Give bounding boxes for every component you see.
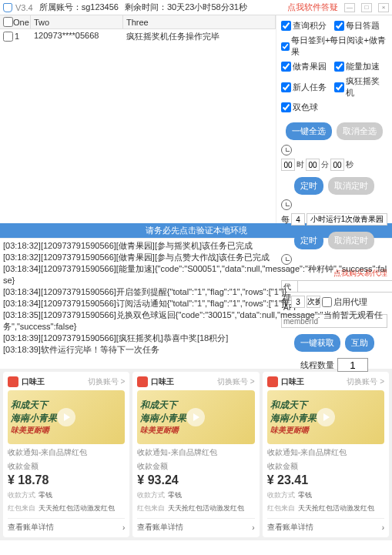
account-label: 所属账号：sg123456: [39, 2, 119, 13]
chevron-right-icon: ›: [382, 523, 384, 532]
sched-desc[interactable]: [307, 213, 387, 226]
mutual-button[interactable]: 互助: [345, 334, 374, 352]
chevron-right-icon: ›: [252, 523, 254, 532]
sched-interval-input[interactable]: [291, 213, 305, 226]
thread-count-input[interactable]: [337, 358, 368, 372]
card-image[interactable]: 和成天下 海南小青果 味美更耐嚼: [267, 390, 384, 444]
chk-double-ball[interactable]: [281, 102, 291, 112]
select-all-checkbox[interactable]: [3, 17, 13, 27]
hour-input[interactable]: [281, 159, 295, 171]
shield-icon: [3, 3, 12, 12]
timer2-button[interactable]: 定时: [294, 232, 323, 249]
chevron-right-icon: ›: [122, 523, 125, 532]
table-panel: One Two Three 1 120973****05668 疯狂摇奖机任务操…: [0, 15, 276, 223]
cancel-timer2-button[interactable]: 取消定时: [328, 232, 374, 249]
chk-crazy-lottery[interactable]: [334, 82, 344, 92]
thread-label: 线程数量: [300, 359, 334, 371]
chk-orchard[interactable]: [281, 62, 291, 72]
deselect-all-button[interactable]: 取消全选: [337, 122, 383, 140]
switch-account-link[interactable]: 切换账号 >: [88, 376, 126, 387]
chk-daily-answer[interactable]: [334, 21, 344, 31]
table-row[interactable]: 1 120973****05668 疯狂摇奖机任务操作完毕: [0, 29, 276, 43]
payment-card[interactable]: 口味王切换账号 > 和成天下 海南小青果 味美更耐嚼 收款通知-来自品牌红包 收…: [263, 372, 389, 537]
view-bill-link[interactable]: 查看账单详情›: [8, 518, 125, 533]
select-all-button[interactable]: 一键全选: [286, 122, 332, 140]
api-input[interactable]: [298, 280, 392, 293]
row-checkbox[interactable]: [3, 32, 13, 42]
brand-icon: [8, 376, 18, 387]
chk-newbie[interactable]: [281, 82, 291, 92]
timer-button[interactable]: 定时: [294, 177, 323, 195]
ip-interval-input[interactable]: [291, 296, 305, 308]
remain-time: 剩余时间：30天23小时58分31秒: [125, 2, 247, 13]
min-input[interactable]: [306, 159, 320, 171]
ip-switch-label[interactable]: [307, 296, 320, 308]
play-icon[interactable]: [57, 408, 75, 426]
log-line: [03:18:32][120973791590566][做青果园][参与点赞大作…: [3, 252, 389, 263]
view-bill-link[interactable]: 查看账单详情›: [137, 518, 254, 533]
enable-proxy-checkbox[interactable]: [322, 297, 332, 307]
timer-inputs: 时 分 秒: [281, 159, 387, 171]
brand-icon: [267, 376, 278, 387]
clock-icon: [281, 254, 292, 265]
options-panel: 查询积分 每日答题 每日签到+每日阅读+做青果 做青果园 能量加速 新人任务 疯…: [276, 15, 392, 223]
get-key-button[interactable]: 一键获取: [294, 334, 340, 352]
cancel-timer-button[interactable]: 取消定时: [328, 177, 374, 195]
titlebar: V3.4 所属账号：sg123456 剩余时间：30天23小时58分31秒 点我…: [0, 0, 392, 15]
col-two[interactable]: Two: [31, 15, 123, 28]
chk-query-points[interactable]: [281, 21, 291, 31]
chk-daily-signin[interactable]: [281, 42, 290, 51]
cards-row: 口味王切换账号 > 和成天下 海南小青果 味美更耐嚼 收款通知-来自品牌红包 收…: [0, 369, 392, 540]
payment-card[interactable]: 口味王切换账号 > 和成天下 海南小青果 味美更耐嚼 收款通知-来自品牌红包 收…: [132, 372, 259, 537]
help-link[interactable]: 点我软件答疑: [287, 2, 338, 13]
brand-icon: [137, 376, 148, 387]
switch-account-link[interactable]: 切换账号 >: [217, 376, 255, 387]
play-icon[interactable]: [317, 408, 335, 426]
col-three[interactable]: Three: [123, 15, 276, 28]
view-bill-link[interactable]: 查看账单详情›: [267, 518, 384, 533]
close-button[interactable]: ×: [378, 3, 389, 12]
card-image[interactable]: 和成天下 海南小青果 味美更耐嚼: [137, 390, 254, 444]
col-one[interactable]: One: [0, 15, 31, 28]
maximize-button[interactable]: □: [361, 3, 372, 12]
clock-icon: [281, 145, 292, 155]
payment-card[interactable]: 口味王切换账号 > 和成天下 海南小青果 味美更耐嚼 收款通知-来自品牌红包 收…: [3, 372, 129, 537]
sec-input[interactable]: [330, 159, 344, 171]
clock-icon: [281, 199, 292, 210]
switch-account-link[interactable]: 切换账号 >: [347, 376, 384, 387]
minimize-button[interactable]: —: [344, 3, 355, 12]
chk-energy[interactable]: [334, 62, 344, 72]
version: V3.4: [15, 3, 33, 12]
play-icon[interactable]: [186, 408, 205, 426]
card-image[interactable]: 和成天下 海南小青果 味美更耐嚼: [8, 390, 125, 444]
